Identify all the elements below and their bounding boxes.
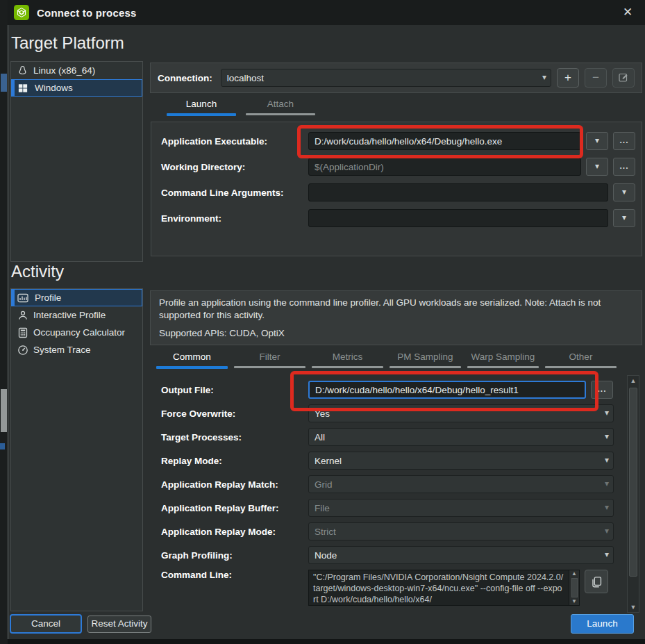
command-line-scrollbar[interactable]: ▲ ▼: [569, 570, 580, 606]
reset-activity-button[interactable]: Reset Activity: [87, 616, 151, 633]
platform-list: Linux (x86_64) Windows: [10, 61, 143, 262]
application-executable-browse-button[interactable]: ...: [613, 132, 635, 150]
copy-icon: [591, 576, 603, 588]
calculator-icon: [17, 327, 28, 338]
command-line-label: Command Line:: [161, 570, 308, 580]
application-replay-mode-row: Application Replay Mode: Strict ▾: [161, 522, 619, 540]
working-directory-label: Working Directory:: [161, 162, 308, 172]
copy-command-line-button[interactable]: [585, 570, 608, 593]
activity-item-label: Interactive Profile: [33, 310, 106, 320]
dialog-title: Connect to process: [37, 7, 137, 19]
force-overwrite-combobox[interactable]: Yes ▾: [308, 404, 614, 422]
chevron-down-icon: ▾: [605, 479, 609, 488]
graph-profiling-combobox[interactable]: Node ▾: [308, 546, 614, 564]
environment-dropdown-button[interactable]: ▾: [613, 209, 635, 227]
command-line-arguments-label: Command Line Arguments:: [161, 188, 308, 198]
scroll-down-icon[interactable]: ▼: [630, 602, 637, 612]
tab-common[interactable]: Common: [156, 349, 228, 369]
cancel-button[interactable]: Cancel: [10, 614, 82, 634]
nsight-compute-icon: [14, 5, 29, 20]
background-window-fragment: [1, 74, 7, 92]
force-overwrite-row: Force Overwrite: Yes ▾: [161, 404, 619, 422]
application-replay-buffer-row: Application Replay Buffer: File ▾: [161, 499, 619, 517]
gauge-icon: [17, 344, 28, 356]
working-directory-dropdown-button[interactable]: ▾: [586, 158, 608, 176]
chevron-down-icon: ▾: [622, 213, 626, 222]
edit-pencil-icon: [618, 72, 629, 83]
platform-item-windows[interactable]: Windows: [11, 79, 142, 97]
scrollbar-thumb[interactable]: [571, 578, 578, 597]
graph-profiling-row: Graph Profiling: Node ▾: [161, 546, 619, 564]
activity-heading: Activity: [11, 262, 64, 281]
windows-logo-icon: [17, 82, 28, 94]
close-icon[interactable]: ✕: [619, 5, 637, 20]
activity-item-interactive-profile[interactable]: Interactive Profile: [11, 306, 142, 324]
command-line-arguments-input[interactable]: [308, 183, 608, 201]
activity-option-tabs: Common Filter Metrics PM Sampling Warp S…: [156, 349, 623, 369]
platform-item-label: Windows: [35, 83, 73, 93]
tab-attach[interactable]: Attach: [246, 97, 315, 116]
output-file-label: Output File:: [161, 385, 308, 395]
force-overwrite-label: Force Overwrite:: [161, 408, 308, 419]
scroll-down-icon[interactable]: ▼: [571, 599, 577, 604]
application-executable-row: Application Executable: ▾ ...: [161, 132, 635, 150]
application-replay-buffer-label: Application Replay Buffer:: [161, 503, 308, 513]
application-replay-match-combobox: Grid ▾: [308, 475, 614, 493]
common-tab-form: Output File: ... Force Overwrite: Yes ▾ …: [150, 372, 619, 615]
command-line-arguments-row: Command Line Arguments: ▾: [161, 183, 635, 201]
connection-panel: Connection: localhost ▾ + −: [150, 63, 642, 93]
connection-label: Connection:: [158, 73, 212, 83]
chevron-down-icon: ▾: [595, 161, 599, 171]
target-processes-row: Target Processes: All ▾: [161, 428, 619, 446]
activity-item-system-trace[interactable]: System Trace: [11, 341, 142, 358]
activity-item-occupancy-calculator[interactable]: Occupancy Calculator: [11, 324, 142, 341]
output-file-input[interactable]: [308, 381, 586, 399]
chevron-down-icon: ▾: [542, 72, 546, 82]
connection-combobox[interactable]: localhost ▾: [221, 69, 551, 87]
launch-attach-tabs: Launch Attach: [167, 97, 325, 116]
target-processes-combobox[interactable]: All ▾: [308, 428, 614, 446]
application-executable-input[interactable]: [308, 132, 581, 150]
application-executable-label: Application Executable:: [161, 136, 308, 147]
working-directory-input[interactable]: [308, 158, 581, 176]
replay-mode-label: Replay Mode:: [161, 456, 308, 466]
connection-value: localhost: [227, 73, 264, 83]
application-replay-mode-combobox: Strict ▾: [308, 522, 614, 540]
add-connection-button[interactable]: +: [557, 68, 579, 88]
activity-description-panel: Profile an application using the command…: [150, 290, 642, 345]
output-file-browse-button[interactable]: ...: [591, 381, 613, 399]
chevron-down-icon: ▾: [605, 408, 609, 418]
replay-mode-combobox[interactable]: Kernel ▾: [308, 452, 614, 470]
tab-filter[interactable]: Filter: [234, 349, 305, 369]
launch-button[interactable]: Launch: [571, 614, 634, 634]
activity-description: Profile an application using the command…: [159, 297, 633, 322]
tab-warp-sampling[interactable]: Warp Sampling: [467, 349, 539, 369]
tab-launch[interactable]: Launch: [167, 97, 236, 116]
environment-input[interactable]: [308, 209, 608, 227]
platform-item-linux[interactable]: Linux (x86_64): [11, 62, 142, 79]
activity-item-label: Profile: [35, 292, 61, 303]
scroll-up-icon[interactable]: ▲: [630, 376, 637, 386]
application-replay-buffer-combobox: File ▾: [308, 499, 614, 517]
activity-list: Profile Interactive Profile Occupancy Ca…: [10, 288, 143, 611]
background-window-fragment: [0, 443, 5, 449]
tab-metrics[interactable]: Metrics: [312, 349, 383, 369]
tab-pm-sampling[interactable]: PM Sampling: [389, 349, 461, 369]
chevron-down-icon: ▾: [595, 135, 599, 145]
supported-apis: Supported APIs: CUDA, OptiX: [159, 327, 633, 340]
background-window-strip: [0, 0, 8, 644]
edit-connection-button[interactable]: [612, 68, 635, 88]
activity-item-profile[interactable]: Profile: [11, 289, 142, 306]
scrollbar-thumb[interactable]: [629, 388, 637, 577]
working-directory-browse-button[interactable]: ...: [613, 158, 635, 176]
remove-connection-button[interactable]: −: [585, 68, 607, 88]
output-file-row: Output File: ...: [161, 381, 619, 399]
command-line-arguments-dropdown-button[interactable]: ▾: [613, 183, 635, 201]
common-form-scrollbar[interactable]: ▲ ▼: [627, 375, 639, 613]
command-line-text[interactable]: "C:/Program Files/NVIDIA Corporation/Nsi…: [308, 570, 569, 606]
application-executable-dropdown-button[interactable]: ▾: [586, 132, 608, 150]
scroll-up-icon[interactable]: ▲: [571, 571, 577, 577]
environment-label: Environment:: [161, 213, 308, 224]
chevron-down-icon: ▾: [605, 455, 609, 465]
tab-other[interactable]: Other: [545, 349, 617, 369]
